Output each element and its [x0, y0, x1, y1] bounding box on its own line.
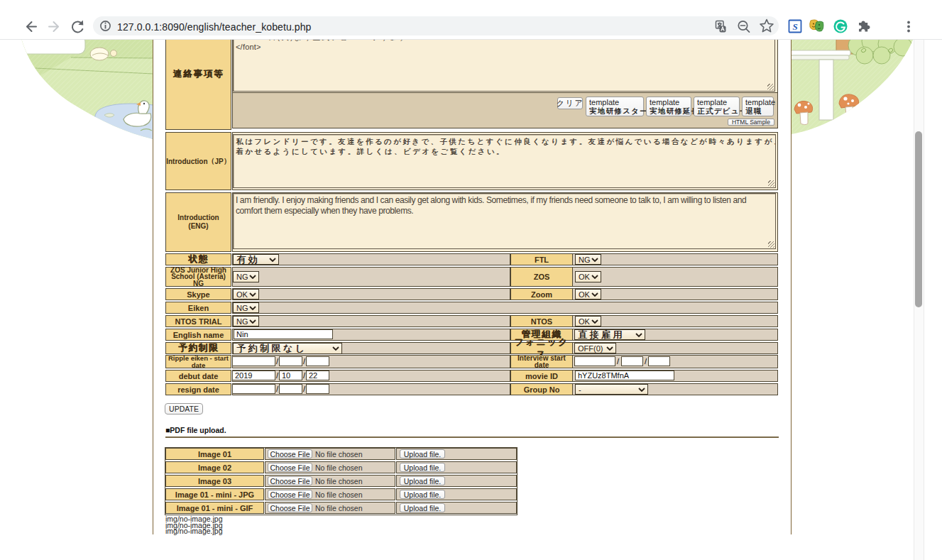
svg-text:S: S	[792, 21, 797, 32]
